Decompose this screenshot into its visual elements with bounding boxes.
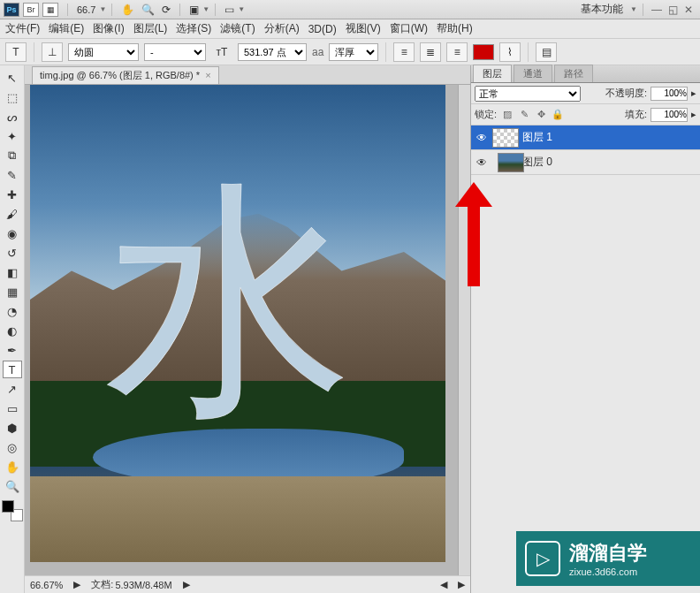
- tab-channels[interactable]: 通道: [514, 65, 552, 82]
- titlebar-zoom[interactable]: 66.7: [77, 4, 95, 15]
- history-brush-tool[interactable]: ↺: [3, 244, 22, 262]
- layer-name[interactable]: 图层 1: [522, 130, 552, 145]
- layer-thumbnail[interactable]: [492, 128, 519, 148]
- zoom-dropdown-icon[interactable]: ▼: [99, 5, 106, 13]
- gradient-tool[interactable]: ▦: [3, 283, 22, 300]
- tab-layers[interactable]: 图层: [473, 65, 512, 82]
- menu-layer[interactable]: 图层(L): [133, 21, 168, 36]
- antialias-select[interactable]: 浑厚: [329, 43, 378, 61]
- zoom-tool[interactable]: 🔍: [3, 477, 22, 495]
- minimize-button[interactable]: —: [649, 4, 665, 16]
- lasso-tool[interactable]: ᔕ: [3, 108, 22, 125]
- bridge-icon[interactable]: Br: [23, 3, 39, 17]
- font-size-select[interactable]: 531.97 点: [238, 43, 307, 61]
- tools-panel: ↖ ⬚ ᔕ ✦ ⧉ ✎ ✚ 🖌 ◉ ↺ ◧ ▦ ◔ ◐ ✒ T ↗ ▭ ⬢ ◎ …: [0, 65, 25, 593]
- layer-name[interactable]: 图层 0: [522, 155, 552, 170]
- arrange-icon[interactable]: ▣: [189, 4, 199, 16]
- text-layer-content[interactable]: 水: [105, 180, 354, 443]
- eyedropper-tool[interactable]: ✎: [3, 166, 22, 184]
- fill-label: 填充:: [625, 108, 647, 121]
- 3d-tool[interactable]: ⬢: [3, 419, 22, 437]
- blend-mode-select[interactable]: 正常: [475, 86, 581, 102]
- pen-tool[interactable]: ✒: [3, 341, 22, 359]
- scroll-right-icon[interactable]: ▶: [458, 579, 465, 590]
- status-doc-size: 5.93M/8.48M: [115, 580, 171, 590]
- workspace-switcher[interactable]: 基本功能: [581, 2, 623, 17]
- tab-paths[interactable]: 路径: [554, 65, 593, 82]
- tool-preset-icon[interactable]: T: [5, 42, 27, 62]
- align-right-icon[interactable]: ≡: [446, 42, 468, 62]
- panel-tabs: 图层 通道 路径: [471, 65, 700, 83]
- menu-edit[interactable]: 编辑(E): [49, 21, 84, 36]
- visibility-icon[interactable]: 👁: [475, 156, 489, 169]
- blend-row: 正常 不透明度: ▸: [471, 83, 700, 104]
- antialias-label: aa: [312, 46, 323, 58]
- character-panel-icon[interactable]: ▤: [536, 42, 557, 62]
- menu-select[interactable]: 选择(S): [176, 21, 211, 36]
- text-color-swatch[interactable]: [473, 44, 494, 60]
- document-area: timg.jpg @ 66.7% (图层 1, RGB/8#) * × 水 66…: [25, 65, 470, 593]
- options-bar: T ⊥ 幼圆 - тT 531.97 点 aa 浑厚 ≡ ≣ ≡ ⌇ ▤: [0, 39, 700, 65]
- menu-image[interactable]: 图像(I): [93, 21, 124, 36]
- brush-tool[interactable]: 🖌: [3, 205, 22, 223]
- lock-transparency-icon[interactable]: ▨: [500, 109, 514, 120]
- menu-3d[interactable]: 3D(D): [308, 23, 337, 35]
- hand-tool-icon[interactable]: ✋: [121, 4, 134, 16]
- healing-tool[interactable]: ✚: [3, 186, 22, 203]
- vertical-scrollbar[interactable]: [458, 85, 470, 575]
- opacity-input[interactable]: [651, 87, 688, 101]
- visibility-icon[interactable]: 👁: [475, 132, 489, 144]
- watermark-badge: ▷ 溜溜自学 zixue.3d66.com: [516, 531, 700, 586]
- fill-slider-icon[interactable]: ▸: [691, 109, 696, 120]
- menu-view[interactable]: 视图(V): [346, 21, 381, 36]
- opacity-slider-icon[interactable]: ▸: [691, 87, 696, 99]
- zoom-tool-icon[interactable]: 🔍: [141, 4, 155, 16]
- document-tabs: timg.jpg @ 66.7% (图层 1, RGB/8#) * ×: [25, 65, 470, 85]
- font-size-icon: тT: [211, 42, 232, 62]
- font-family-select[interactable]: 幼圆: [68, 43, 139, 61]
- shape-tool[interactable]: ▭: [3, 399, 22, 417]
- type-tool[interactable]: T: [3, 361, 22, 378]
- blur-tool[interactable]: ◔: [3, 302, 22, 320]
- close-button[interactable]: ✕: [681, 4, 696, 16]
- dodge-tool[interactable]: ◐: [3, 322, 22, 339]
- menu-analysis[interactable]: 分析(A): [264, 21, 300, 36]
- menu-filter[interactable]: 滤镜(T): [220, 21, 255, 36]
- layer-row-1[interactable]: 👁 图层 1: [471, 125, 700, 150]
- menu-help[interactable]: 帮助(H): [437, 21, 473, 36]
- path-select-tool[interactable]: ↗: [3, 380, 22, 398]
- rotate-view-icon[interactable]: ⟳: [162, 4, 171, 16]
- foreground-color[interactable]: [2, 500, 14, 513]
- screen-mode-icon[interactable]: ▭: [224, 4, 234, 16]
- warp-text-icon[interactable]: ⌇: [499, 42, 521, 62]
- lock-all-icon[interactable]: 🔒: [551, 109, 565, 120]
- minibridge-icon[interactable]: ▦: [42, 3, 58, 17]
- canvas[interactable]: 水: [25, 85, 458, 575]
- stamp-tool[interactable]: ◉: [3, 224, 22, 242]
- hand-tool[interactable]: ✋: [3, 458, 22, 475]
- lock-pixels-icon[interactable]: ✎: [517, 109, 531, 120]
- restore-button[interactable]: ◱: [665, 4, 681, 16]
- scroll-left-icon[interactable]: ◀: [440, 579, 447, 590]
- layer-thumbnail[interactable]: [498, 153, 524, 172]
- menu-window[interactable]: 窗口(W): [390, 21, 428, 36]
- 3d-camera-tool[interactable]: ◎: [3, 438, 22, 456]
- align-left-icon[interactable]: ≡: [393, 42, 415, 62]
- menu-file[interactable]: 文件(F): [5, 21, 40, 36]
- document-tab[interactable]: timg.jpg @ 66.7% (图层 1, RGB/8#) * ×: [32, 66, 219, 84]
- status-zoom[interactable]: 66.67%: [30, 580, 63, 590]
- font-style-select[interactable]: -: [144, 43, 206, 61]
- close-tab-icon[interactable]: ×: [205, 70, 210, 80]
- move-tool[interactable]: ↖: [3, 69, 22, 87]
- document-tab-title: timg.jpg @ 66.7% (图层 1, RGB/8#) *: [40, 69, 200, 82]
- lock-position-icon[interactable]: ✥: [534, 109, 548, 120]
- crop-tool[interactable]: ⧉: [3, 147, 22, 164]
- align-center-icon[interactable]: ≣: [420, 42, 441, 62]
- marquee-tool[interactable]: ⬚: [3, 88, 22, 106]
- layer-row-0[interactable]: 👁 图层 0: [471, 150, 700, 175]
- eraser-tool[interactable]: ◧: [3, 263, 22, 281]
- color-swatches[interactable]: [2, 500, 23, 521]
- fill-input[interactable]: [651, 108, 688, 122]
- text-orientation-icon[interactable]: ⊥: [42, 42, 63, 62]
- quick-select-tool[interactable]: ✦: [3, 127, 22, 145]
